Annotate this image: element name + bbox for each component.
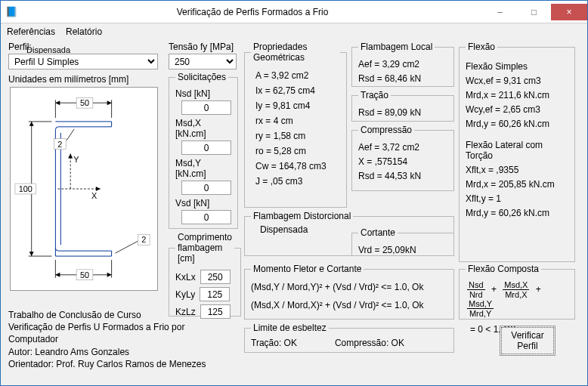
msdx-input[interactable] <box>181 141 231 155</box>
footer-l3: Autor: Leandro Ams Gonzales <box>8 346 235 358</box>
compressao-legend: Compressão <box>358 125 414 135</box>
compressao-x: X = ,575154 <box>358 156 447 167</box>
limite-esbeltez-group: Limite de esbeltez Tração: OK Compressão… <box>244 323 454 353</box>
msdy-input[interactable] <box>181 181 231 195</box>
dim-t2: 2 <box>141 235 146 244</box>
cortante-legend: Cortante <box>358 227 398 238</box>
flexao-xfltx: Xflt,x = ,9355 <box>466 165 568 175</box>
flamb-dist-l1: Dispensada <box>251 224 308 235</box>
svg-marker-7 <box>107 100 112 105</box>
svg-marker-6 <box>55 100 60 105</box>
window-title: Verificação de Perfis Formados a Frio <box>22 7 483 17</box>
footer-l4: Orientador: Prof. Ruy Carlos Ramos de Me… <box>8 358 235 370</box>
app-window: 📘 Verificação de Perfis Formados a Frio … <box>0 0 588 386</box>
tracao-rsd: Rsd = 89,09 kN <box>358 107 447 118</box>
nsd-input[interactable] <box>181 100 231 115</box>
flexao-composta-group: Flexão Composta NsdNrd + Msd,XMrd,X + Ms… <box>459 264 575 320</box>
compressao-aef: Aef = 3,72 cm2 <box>358 142 447 153</box>
propriedades-legend: Propriedades Geométricas <box>251 42 340 63</box>
footer-info: Trabalho de Conclusão de Curso Verificaç… <box>8 309 235 370</box>
titlebar: 📘 Verificação de Perfis Formados a Frio … <box>1 1 587 23</box>
flexao-mrdy2: Mrd,y = 60,26 kN.cm <box>466 208 568 218</box>
flexao-composta-legend: Flexão Composta <box>466 264 541 274</box>
tracao-group: Tração Rsd = 89,09 kN <box>351 90 454 122</box>
perfil-label: Perfil: <box>8 42 32 52</box>
flexao-wcx: Wcx,ef = 9,31 cm3 <box>466 76 568 86</box>
axis-y: Y <box>73 155 79 164</box>
msdx-label: Msd,X [kN.cm] <box>175 118 231 139</box>
svg-line-23 <box>116 241 138 253</box>
flexao-group: Flexão Flexão Simples Wcx,ef = 9,31 cm3 … <box>459 42 575 262</box>
prop-a: A = 3,92 cm2 <box>251 70 340 81</box>
app-icon: 📘 <box>5 6 17 18</box>
solicitacoes-legend: Solicitações <box>175 72 228 82</box>
momento-l1: (Msd,Y / Mord,Y)² + (Vsd / Vrd)² <= 1.0,… <box>251 282 447 292</box>
flamb-local-aef: Aef = 3,29 cm2 <box>358 59 447 69</box>
flexao-lat-title: Flexão Lateral com Torção <box>466 140 568 161</box>
flexao-composta-formula: NsdNrd + Msd,XMrd,X + Msd,YMrd,Y <box>466 280 568 318</box>
dim-bottom: 50 <box>80 270 89 279</box>
flexao-mrdx2: Mrd,x = 205,85 kN.cm <box>466 179 568 190</box>
prop-ry: ry = 1,58 cm <box>251 131 340 141</box>
prop-rx: rx = 4 cm <box>251 116 340 126</box>
prop-cw: Cw = 164,78 cm3 <box>251 161 340 171</box>
kxlx-label: KxLx <box>175 272 196 283</box>
tensao-label: Tensão fy [MPa] <box>169 42 234 52</box>
flamb-local-rsd: Rsd = 68,46 kN <box>358 73 447 84</box>
dim-left: 100 <box>19 184 32 193</box>
footer-l2: Verificação de Perfis U Formados a Frio … <box>8 321 235 345</box>
momento-group: Momento Fletor e Cortante (Msd,Y / Mord,… <box>244 264 454 320</box>
window-controls: – □ × <box>483 4 587 20</box>
dim-t1: 2 <box>57 140 62 149</box>
momento-l2: (Msd,X / Mord,X)² + (Vsd / Vrd)² <= 1.0,… <box>251 300 447 310</box>
kxlx-input[interactable] <box>200 270 231 284</box>
compressao-group: Compressão Aef = 3,72 cm2 X = ,575154 Rs… <box>351 125 454 191</box>
profile-drawing: 50 50 100 <box>10 87 158 291</box>
msdy-label: Msd,Y [kN.cm] <box>175 158 231 179</box>
kyly-label: KyLy <box>175 289 195 300</box>
verificar-button[interactable]: Verificar Perfil <box>501 327 554 354</box>
prop-ro: ro = 5,28 cm <box>251 146 340 156</box>
comprimento-legend: Comprimento flambagem [cm] <box>175 232 234 264</box>
svg-marker-13 <box>107 273 112 277</box>
prop-iy: Iy = 9,81 cm4 <box>251 100 340 111</box>
menubar: Referências Relatório <box>1 23 587 40</box>
cortante-vrd: Vrd = 25,09kN <box>358 245 447 255</box>
svg-marker-12 <box>55 273 60 277</box>
prop-ix: Ix = 62,75 cm4 <box>251 85 340 96</box>
flexao-mrdy: Mrd,y = 60,26 kN.cm <box>466 119 568 129</box>
maximize-button[interactable]: □ <box>517 4 551 20</box>
solicitacoes-group: Solicitações Nsd [kN] Msd,X [kN.cm] Msd,… <box>169 72 238 229</box>
flambagem-distorcional-legend: Flambagem Distorcional <box>251 211 353 221</box>
flexao-legend: Flexão <box>466 42 497 52</box>
limite-esbeltez-legend: Limite de esbeltez <box>251 323 329 333</box>
kyly-input[interactable] <box>200 287 230 301</box>
limite-tracao: Tração: OK <box>251 338 297 348</box>
flambagem-local-group: Flambagem Local Aef = 3,29 cm2 Rsd = 68,… <box>351 42 454 87</box>
flexao-mrdx: Mrd,x = 211,6 kN.cm <box>466 90 568 100</box>
momento-legend: Momento Fletor e Cortante <box>251 264 364 274</box>
menu-referencias[interactable]: Referências <box>7 26 55 37</box>
tensao-select[interactable]: 250 <box>169 54 237 69</box>
content-area: Perfil: Perfil U Simples Tensão fy [MPa]… <box>1 40 587 385</box>
axis-x: X <box>91 191 97 200</box>
flexao-wcy: Wcy,ef = 2,65 cm3 <box>466 104 568 115</box>
propriedades-group: Propriedades Geométricas A = 3,92 cm2 Ix… <box>244 42 347 208</box>
flexao-xflty: Xflt,y = 1 <box>466 193 568 204</box>
dim-top: 50 <box>80 98 89 107</box>
svg-line-21 <box>67 129 74 141</box>
svg-marker-19 <box>29 252 34 256</box>
svg-marker-18 <box>29 122 34 126</box>
minimize-button[interactable]: – <box>483 4 517 20</box>
close-button[interactable]: × <box>551 4 587 20</box>
footer-l1: Trabalho de Conclusão de Curso <box>8 309 235 321</box>
flambagem-local-legend: Flambagem Local <box>358 42 435 52</box>
vsd-input[interactable] <box>181 210 231 224</box>
cortante-group: Cortante Vrd = 25,09kN <box>351 227 454 256</box>
comprimento-group: Comprimento flambagem [cm] KxLx KyLy KzL… <box>169 232 241 317</box>
menu-relatorio[interactable]: Relatório <box>66 26 102 37</box>
perfil-select[interactable]: Perfil U Simples <box>8 54 158 69</box>
limite-compressao: Compressão: OK <box>335 338 404 348</box>
tracao-legend: Tração <box>358 90 391 100</box>
compressao-rsd: Rsd = 44,53 kN <box>358 171 447 181</box>
